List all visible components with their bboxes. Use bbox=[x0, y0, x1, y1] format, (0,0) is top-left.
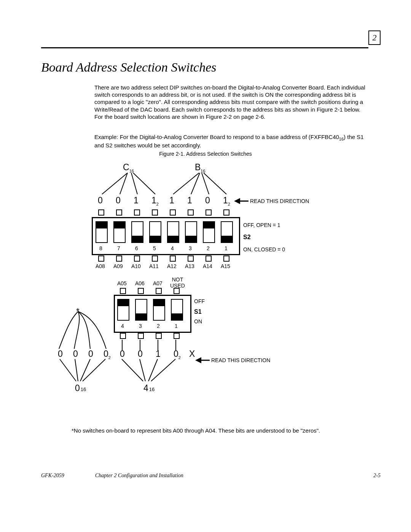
svg-line-16 bbox=[60, 359, 76, 381]
s2-bit-2: 1 bbox=[134, 195, 139, 206]
bot-bit-3: 02 bbox=[104, 349, 111, 360]
s2-num: 1 bbox=[225, 245, 228, 251]
arrow-left-icon bbox=[195, 356, 210, 364]
pin-bot bbox=[134, 256, 140, 262]
s2-bit-7: 12 bbox=[223, 195, 230, 206]
s1-num: 1 bbox=[175, 323, 178, 329]
s2-bit-3: 12 bbox=[151, 195, 159, 206]
s2-bit-0: 0 bbox=[98, 195, 103, 206]
chapter-badge: 2 bbox=[368, 30, 381, 45]
addr-label: A12 bbox=[167, 263, 177, 269]
fanlines-s1 bbox=[67, 338, 188, 353]
s2-sw-7 bbox=[113, 221, 126, 243]
pin-bot bbox=[170, 256, 176, 262]
addr-label: A15 bbox=[221, 263, 230, 269]
pin-top bbox=[156, 288, 162, 294]
svg-line-17 bbox=[75, 359, 78, 381]
s1-top-lbl: A06 bbox=[135, 280, 145, 286]
s1-top-lbl-notused: NOT USED bbox=[170, 276, 185, 289]
pin-bot bbox=[116, 256, 122, 262]
s1-num: 3 bbox=[139, 323, 142, 329]
bot-bit-0: 0 bbox=[58, 349, 63, 359]
s2-num: 3 bbox=[189, 245, 192, 251]
pin-top bbox=[174, 288, 180, 294]
svg-marker-14 bbox=[195, 357, 201, 363]
s2-sw-2 bbox=[203, 221, 215, 243]
svg-line-6 bbox=[202, 173, 209, 194]
s1-sw-2 bbox=[153, 299, 165, 321]
s2-sw-1 bbox=[221, 221, 233, 243]
s1-off-label: OFF bbox=[194, 298, 205, 304]
s2-num: 6 bbox=[135, 245, 138, 251]
pin-top bbox=[134, 209, 140, 216]
svg-line-7 bbox=[204, 173, 226, 194]
pin-bot bbox=[206, 256, 212, 262]
pin-top bbox=[206, 209, 212, 216]
page-footer: GFK-2059 Chapter 2 Configuration and Ins… bbox=[41, 473, 381, 479]
addr-label: A09 bbox=[113, 263, 123, 269]
addr-label: A13 bbox=[185, 263, 194, 269]
s2-num: 7 bbox=[117, 245, 120, 251]
s2-num: 4 bbox=[171, 245, 174, 251]
s2-sw-4 bbox=[167, 221, 179, 243]
pin-top bbox=[188, 209, 194, 216]
pin-top bbox=[120, 288, 126, 294]
on-closed-label: ON, CLOSED = 0 bbox=[243, 246, 285, 252]
hex-label-4: 416 bbox=[143, 383, 155, 393]
pin-top bbox=[170, 209, 176, 216]
para2-pre: Example: For the Digital-to-Analog Conve… bbox=[94, 134, 339, 140]
bot-bit-5: 0 bbox=[138, 349, 143, 359]
arrow-left-icon bbox=[234, 197, 249, 205]
bot-bit-X: X bbox=[189, 349, 195, 359]
svg-line-22 bbox=[148, 359, 158, 381]
s2-num: 2 bbox=[207, 245, 210, 251]
svg-line-20 bbox=[122, 359, 143, 381]
bot-bit-1: 0 bbox=[73, 349, 78, 359]
s2-num: 5 bbox=[153, 245, 156, 251]
svg-marker-8 bbox=[234, 198, 240, 204]
pin-bot bbox=[152, 256, 158, 262]
s2-sw-8 bbox=[96, 221, 108, 243]
bot-bit-7: 02 bbox=[174, 349, 181, 360]
addr-label: A10 bbox=[131, 263, 141, 269]
figure-2-1: C16 B16 0 0 1 12 1 1 0 12 READ THIS DIRE… bbox=[67, 159, 333, 418]
off-open-label: OFF, OPEN = 1 bbox=[243, 222, 280, 228]
s2-bit-6: 0 bbox=[205, 195, 210, 206]
addr-label: A14 bbox=[203, 263, 212, 269]
svg-line-21 bbox=[140, 359, 145, 381]
figure-footnote: *No switches on-board to represent bits … bbox=[72, 427, 361, 435]
pin-top bbox=[98, 209, 104, 216]
svg-line-18 bbox=[80, 359, 90, 381]
s1-on-label: ON bbox=[194, 318, 202, 324]
bot-bit-2: 0 bbox=[88, 349, 93, 359]
pin-top bbox=[116, 209, 122, 216]
s2-sw-6 bbox=[131, 221, 143, 243]
footer-right: 2-5 bbox=[373, 473, 381, 479]
pin-top bbox=[223, 209, 229, 216]
hex-label-0: 016 bbox=[75, 383, 86, 393]
s2-name: S2 bbox=[243, 234, 251, 241]
footer-center: Chapter 2 Configuration and Installation bbox=[95, 473, 183, 479]
s2-sw-3 bbox=[185, 221, 197, 243]
addr-label: A11 bbox=[149, 263, 159, 269]
s2-bit-4: 1 bbox=[169, 195, 174, 206]
pin-bot bbox=[98, 256, 104, 262]
svg-line-23 bbox=[151, 359, 175, 381]
pin-top bbox=[152, 209, 158, 216]
paragraph-2: Example: For the Digital-to-Analog Conve… bbox=[94, 133, 367, 149]
s2-num: 8 bbox=[99, 245, 102, 251]
read-direction-1: READ THIS DIRECTION bbox=[250, 198, 309, 204]
paragraph-1: There are two address select DIP switche… bbox=[94, 84, 367, 120]
s1-top-lbl: A05 bbox=[117, 280, 127, 286]
bot-bit-4: 0 bbox=[120, 349, 125, 359]
addr-label: A08 bbox=[96, 263, 105, 269]
s2-sw-5 bbox=[149, 221, 161, 243]
s1-top-lbl: A07 bbox=[153, 280, 162, 286]
read-direction-2: READ THIS DIRECTION bbox=[211, 357, 270, 363]
s1-name: S1 bbox=[194, 308, 202, 315]
fanout-top bbox=[67, 159, 242, 197]
figure-caption: Figure 2-1. Address Selection Switches bbox=[0, 151, 411, 157]
svg-line-19 bbox=[83, 359, 105, 381]
s2-bit-1: 0 bbox=[116, 195, 121, 206]
s2-bit-5: 1 bbox=[187, 195, 192, 206]
